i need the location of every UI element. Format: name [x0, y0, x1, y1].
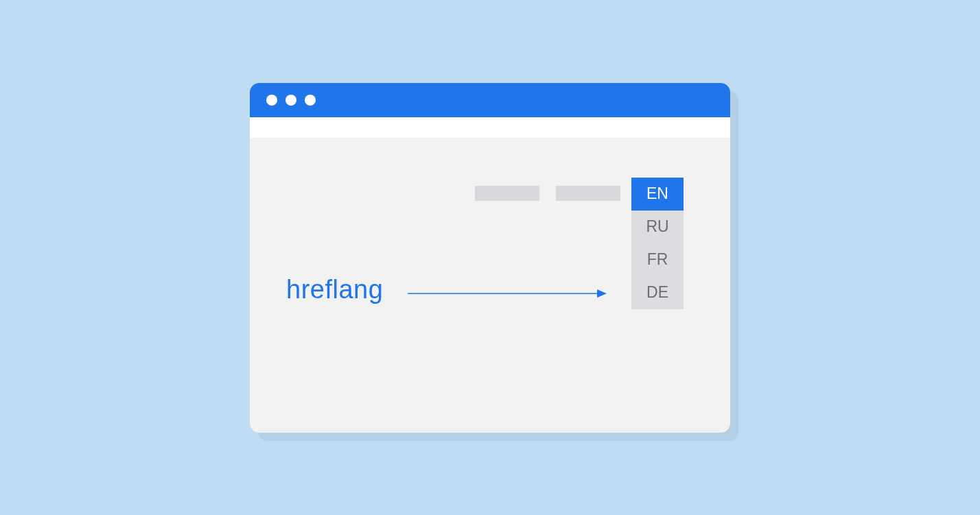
address-bar	[250, 117, 730, 138]
nav-placeholder-strip	[475, 186, 620, 201]
window-control-dot[interactable]	[285, 95, 296, 106]
hreflang-label: hreflang	[286, 275, 383, 304]
window-control-dot[interactable]	[266, 95, 277, 106]
nav-placeholder	[475, 186, 539, 201]
language-option-de[interactable]: DE	[631, 276, 684, 309]
language-option-en[interactable]: EN	[631, 178, 684, 211]
language-option-ru[interactable]: RU	[631, 211, 684, 243]
nav-placeholder	[556, 186, 620, 201]
window-titlebar	[250, 83, 730, 117]
window-control-dot[interactable]	[305, 95, 316, 106]
language-dropdown[interactable]: EN RU FR DE	[631, 178, 684, 309]
svg-marker-1	[597, 289, 607, 298]
arrow-icon	[408, 288, 607, 299]
browser-window: EN RU FR DE hreflang	[250, 83, 730, 433]
page-content: EN RU FR DE hreflang	[250, 138, 730, 433]
language-option-fr[interactable]: FR	[631, 243, 684, 276]
